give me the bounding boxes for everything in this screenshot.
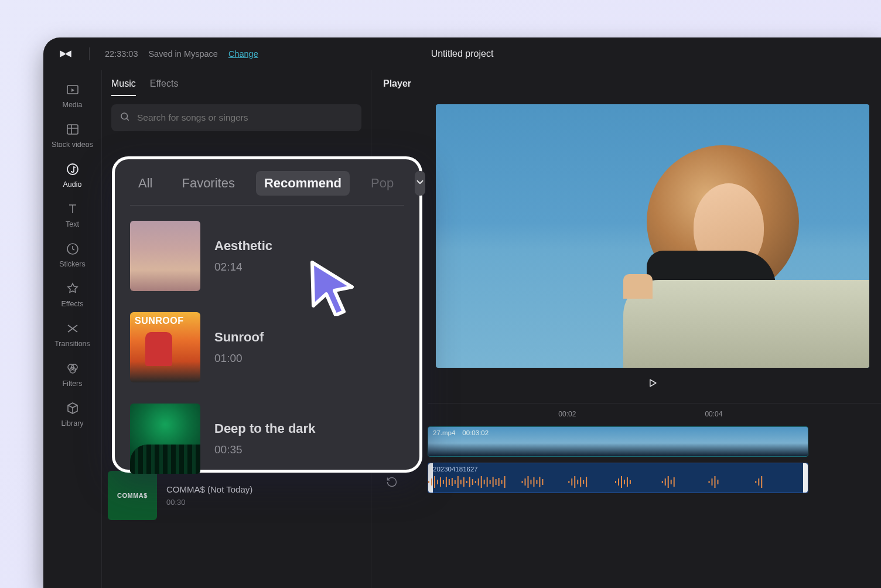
right-area: Player . 00:02 00:04: [371, 70, 881, 588]
expand-tabs-button[interactable]: [415, 171, 425, 196]
svg-rect-64: [709, 481, 710, 483]
svg-rect-19: [452, 478, 453, 486]
rail-item-effects[interactable]: Effects: [48, 281, 97, 308]
rail-label: Text: [66, 220, 79, 228]
svg-rect-21: [457, 476, 459, 488]
clip-filename: 27.mp4: [433, 429, 455, 436]
svg-rect-17: [446, 477, 447, 487]
app-logo-icon: [57, 46, 74, 62]
svg-rect-62: [671, 480, 672, 484]
song-duration: 02:14: [214, 261, 272, 274]
time-ruler[interactable]: . 00:02 00:04: [428, 403, 881, 421]
rail-item-stock-videos[interactable]: Stock videos: [48, 122, 97, 149]
svg-rect-46: [568, 481, 569, 483]
waveform: [428, 475, 808, 489]
stock-videos-icon: [65, 122, 80, 137]
popup-tab-favorites[interactable]: Favorites: [173, 171, 243, 196]
rail-item-text[interactable]: Text: [48, 201, 97, 228]
svg-rect-49: [577, 480, 578, 484]
svg-rect-26: [472, 479, 473, 485]
popup-tab-all[interactable]: All: [130, 171, 161, 196]
video-preview[interactable]: [436, 104, 869, 368]
svg-rect-15: [440, 477, 441, 487]
transitions-icon: [65, 321, 80, 336]
svg-line-10: [127, 118, 128, 120]
svg-rect-51: [583, 480, 584, 484]
saved-location: Saved in Myspace: [148, 49, 217, 59]
search-input[interactable]: [111, 104, 361, 131]
svg-rect-57: [627, 477, 628, 487]
rail-label: Library: [61, 419, 83, 428]
svg-rect-13: [434, 476, 435, 488]
song-duration: 00:30: [166, 498, 252, 507]
svg-rect-55: [621, 476, 622, 488]
song-duration: 01:00: [214, 352, 264, 365]
svg-rect-42: [533, 477, 534, 487]
svg-rect-20: [455, 480, 456, 484]
svg-rect-37: [504, 476, 506, 488]
svg-rect-66: [714, 476, 715, 488]
popup-tab-pop[interactable]: Pop: [363, 171, 402, 196]
rail-label: Stock videos: [52, 141, 93, 149]
song-title: Sunroof: [214, 330, 264, 345]
clip-duration: 00:03:02: [462, 429, 489, 436]
svg-rect-38: [522, 481, 523, 483]
svg-rect-48: [574, 476, 575, 488]
divider: [130, 205, 404, 206]
rail-item-stickers[interactable]: Stickers: [48, 241, 97, 268]
svg-rect-30: [484, 480, 485, 484]
rail-label: Transitions: [54, 340, 90, 348]
svg-rect-11: [428, 481, 429, 483]
audio-icon: [65, 162, 80, 177]
svg-rect-34: [496, 479, 497, 485]
rail-item-filters[interactable]: Filters: [48, 361, 97, 388]
svg-rect-50: [580, 477, 581, 487]
svg-rect-69: [758, 478, 759, 486]
text-icon: [65, 201, 80, 217]
song-artwork: [130, 312, 200, 382]
svg-rect-29: [481, 476, 482, 488]
song-artwork: [130, 404, 200, 474]
song-item-deep-to-the-dark[interactable]: Deep to the dark 00:35: [130, 393, 404, 484]
project-title[interactable]: Untitled project: [431, 49, 494, 59]
svg-rect-18: [449, 479, 450, 485]
play-button[interactable]: [644, 374, 661, 392]
svg-rect-16: [443, 480, 444, 484]
panel-tabs: Music Effects: [111, 78, 361, 96]
video-track-clip[interactable]: 27.mp4 00:03:02: [428, 426, 808, 457]
preview-frame: [436, 104, 869, 368]
svg-rect-59: [662, 481, 663, 483]
tab-music[interactable]: Music: [111, 78, 136, 96]
search-field[interactable]: [137, 112, 353, 123]
song-item-aesthetic[interactable]: Aesthetic 02:14: [130, 210, 404, 302]
song-item-sunroof[interactable]: Sunroof 01:00: [130, 302, 404, 393]
change-location-link[interactable]: Change: [228, 49, 258, 59]
svg-rect-56: [624, 480, 625, 484]
ruler-tick: 00:02: [558, 410, 576, 418]
svg-rect-52: [586, 477, 587, 487]
popup-tab-recommend[interactable]: Recommend: [256, 171, 350, 196]
svg-rect-31: [487, 477, 488, 487]
svg-rect-58: [630, 480, 631, 484]
rail-item-media[interactable]: Media: [48, 82, 97, 109]
audio-track-clip[interactable]: 202304181627: [428, 463, 808, 493]
svg-rect-36: [501, 480, 503, 484]
rail-item-transitions[interactable]: Transitions: [48, 321, 97, 348]
stickers-icon: [65, 241, 80, 257]
rail-item-audio[interactable]: Audio: [48, 162, 97, 189]
popup-tabs: All Favorites Recommend Pop: [130, 171, 404, 196]
svg-rect-67: [717, 480, 718, 484]
audio-clip-name: 202304181627: [433, 466, 478, 473]
effects-icon: [65, 281, 80, 296]
svg-rect-12: [431, 478, 432, 486]
svg-rect-40: [527, 476, 528, 488]
tab-effects[interactable]: Effects: [150, 78, 179, 96]
song-title: COMMA$ (Not Today): [166, 484, 252, 494]
svg-rect-27: [475, 481, 476, 483]
rail-label: Filters: [62, 380, 82, 388]
ruler-tick: 00:04: [705, 410, 722, 418]
svg-rect-70: [761, 476, 762, 488]
rail-item-library[interactable]: Library: [48, 401, 97, 428]
clip-handle-right[interactable]: [803, 463, 808, 493]
song-title: Aesthetic: [214, 238, 272, 254]
